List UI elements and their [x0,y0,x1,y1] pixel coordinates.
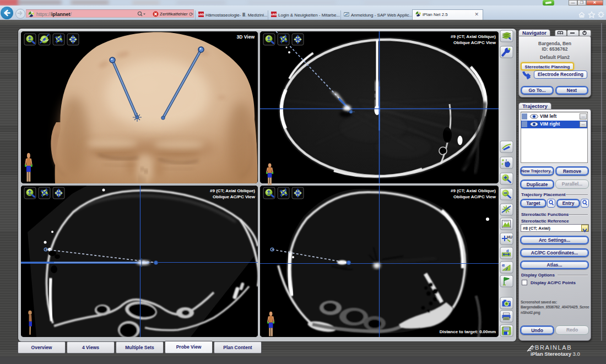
svg-text:HU: HU [507,235,512,239]
svg-text:α: α [502,263,505,268]
